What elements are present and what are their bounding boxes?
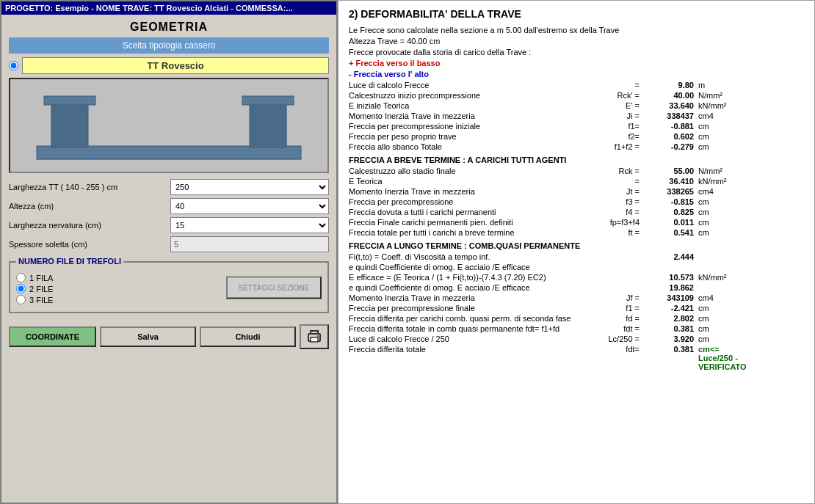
tt-rovescio-label: TT Rovescio	[22, 57, 329, 74]
row-calcestruzzo-inizio: Calcestruzzo inizio precompressione Rck'…	[349, 91, 804, 100]
row-luce-250: Luce di calcolo Frecce / 250 Lc/250 = 3.…	[349, 335, 804, 343]
svg-point-10	[317, 335, 319, 337]
info-line-3: Frecce provocate dalla storia di carico …	[349, 48, 804, 56]
row-freccia-differita-totale-comb: Freccia differita totale in comb quasi p…	[349, 324, 804, 333]
scelta-tipologia-label: Scelta tipologia cassero	[9, 37, 329, 54]
right-title: 2) DEFORMABILITA' DELLA TRAVE	[349, 8, 804, 20]
param-row-altezza: Altezza (cm) 40 30 50 60	[9, 198, 329, 214]
radio-1fila-input[interactable]	[16, 273, 26, 282]
row-calc-stadio-finale: Calcestruzzo allo stadio finale Rck = 55…	[349, 167, 804, 175]
svg-rect-0	[37, 146, 301, 159]
param-row-soletta: Spessore soletta (cm)	[9, 236, 329, 252]
param-row-larghezza: Larghezza TT ( 140 - 255 ) cm 250 140 20…	[9, 179, 329, 195]
beam-image	[9, 78, 329, 173]
radio-3file-label: 3 FILE	[29, 296, 53, 304]
row-momento-jt: Momento Inerzia Trave in mezzeria Jt = 3…	[349, 187, 804, 196]
param-select-altezza[interactable]: 40 30 50 60	[170, 198, 329, 214]
data-rows-2: Calcestruzzo allo stadio finale Rck = 55…	[349, 167, 804, 237]
numero-file-legend: NUMERO FILE DI TREFOLI	[16, 257, 123, 266]
row-freccia-totale-breve: Freccia totale per tutti i carichi a bre…	[349, 228, 804, 237]
radio-3file-input[interactable]	[16, 295, 26, 304]
row-momento-jf: Momento Inerzia Trave in mezzeria Jf = 3…	[349, 293, 804, 302]
settaggi-sezione-button[interactable]: SETTAGGI SEZIONE	[226, 276, 322, 299]
right-panel: 2) DEFORMABILITA' DELLA TRAVE Le Frecce …	[338, 0, 815, 504]
param-label-nervatura: Larghezza nervatura (cm)	[9, 221, 170, 230]
param-label-larghezza: Larghezza TT ( 140 - 255 ) cm	[9, 183, 170, 191]
row-e-efficace: E efficace = (E Teorica / (1 + Fi(t,to))…	[349, 273, 804, 282]
row-luce-frecce: Luce di calcolo Frecce = 9.80 m	[349, 81, 804, 90]
print-button[interactable]	[300, 324, 329, 349]
freccia-plus-label: + Freccia verso il basso	[349, 59, 804, 67]
param-label-altezza: Altezza (cm)	[9, 202, 170, 211]
row-freccia-precomp-finale: Freccia per precompressione finale f1 = …	[349, 304, 804, 313]
tt-rovescio-radio[interactable]	[9, 61, 18, 70]
chiudi-button[interactable]: Chiudi	[200, 326, 296, 347]
radio-1fila-label: 1 FILA	[29, 274, 53, 282]
param-select-nervatura[interactable]: 15 10 20	[170, 217, 329, 233]
info-line-1: Le Frecce sono calcolate nella sezione a…	[349, 26, 804, 34]
tt-rovescio-row: TT Rovescio	[9, 57, 329, 74]
data-rows-1: Luce di calcolo Frecce = 9.80 m Calcestr…	[349, 81, 804, 151]
param-label-soletta: Spessore soletta (cm)	[9, 240, 170, 249]
title-bar-text: PROGETTO: Esempio - NOME TRAVE: TT Roves…	[5, 4, 293, 12]
coordinate-button[interactable]: COORDINATE	[9, 326, 96, 347]
row-freccia-differita-carichi: Freccia differita per carichi comb. quas…	[349, 314, 804, 323]
left-panel: PROGETTO: Esempio - NOME TRAVE: TT Roves…	[0, 0, 338, 504]
svg-rect-2	[250, 102, 286, 147]
row-coeff-omog-2: e quindi Coefficiente di omog. E acciaio…	[349, 283, 804, 292]
title-bar: PROGETTO: Esempio - NOME TRAVE: TT Roves…	[1, 1, 336, 15]
numero-file-section: NUMERO FILE DI TREFOLI 1 FILA 2 FILE 3 F…	[9, 261, 329, 313]
param-input-soletta[interactable]	[170, 236, 329, 252]
svg-rect-1	[51, 102, 88, 147]
section-header-breve-termine: FRECCIA A BREVE TERMINE : A CARICHI TUTT…	[349, 156, 804, 164]
params-section: Larghezza TT ( 140 - 255 ) cm 250 140 20…	[9, 179, 329, 255]
row-momento-inerzia-ji: Momento Inerzia Trave in mezzeria Ji = 3…	[349, 112, 804, 120]
row-freccia-carichi-perm: Freccia dovuta a tutti i carichi permane…	[349, 208, 804, 216]
row-fi-viscosita: Fi(t,to) = Coeff. di Viscosità a tempo i…	[349, 252, 804, 261]
row-freccia-precomp-f3: Freccia per precompressione f3 = -0.815 …	[349, 197, 804, 206]
bottom-buttons: COORDINATE Salva Chiudi	[9, 324, 329, 349]
row-e-teorica: E Teorica = 36.410 kN/mm²	[349, 177, 804, 186]
row-e-iniziale: E iniziale Teorica E' = 33.640 kN/mm²	[349, 101, 804, 110]
row-freccia-finale-perm: Freccia Finale carichi permanenti pien. …	[349, 218, 804, 227]
param-row-nervatura: Larghezza nervatura (cm) 15 10 20	[9, 217, 329, 233]
freccia-minus-label: - Freccia verso l' alto	[349, 70, 804, 78]
salva-button[interactable]: Salva	[100, 326, 196, 347]
row-coeff-omog-1: e quindi Coefficiente di omog. E acciaio…	[349, 263, 804, 271]
tt-beam-svg	[29, 80, 308, 172]
section-header-lungo-termine: FRECCIA A LUNGO TERMINE : COMB.QUASI PER…	[349, 241, 804, 250]
row-freccia-sbanco: Freccia allo sbanco Totale f1+f2 = -0.27…	[349, 142, 804, 151]
row-freccia-peso: Freccia per peso proprio trave f2= 0.602…	[349, 132, 804, 141]
radio-2file-input[interactable]	[16, 284, 26, 293]
param-select-larghezza[interactable]: 250 140 200 255	[170, 179, 329, 195]
radio-2file-label: 2 FILE	[29, 285, 53, 293]
row-freccia-precomp-iniziale: Freccia per precompressione iniziale f1=…	[349, 122, 804, 131]
geometria-header: GEOMETRIA	[1, 15, 336, 37]
row-freccia-differita-totale: Freccia differita totale fdt= 0.381 cm<=…	[349, 345, 804, 371]
data-rows-3: Fi(t,to) = Coeff. di Viscosità a tempo i…	[349, 252, 804, 371]
svg-rect-9	[311, 337, 318, 342]
info-line-2: Altezza Trave = 40.00 cm	[349, 37, 804, 45]
